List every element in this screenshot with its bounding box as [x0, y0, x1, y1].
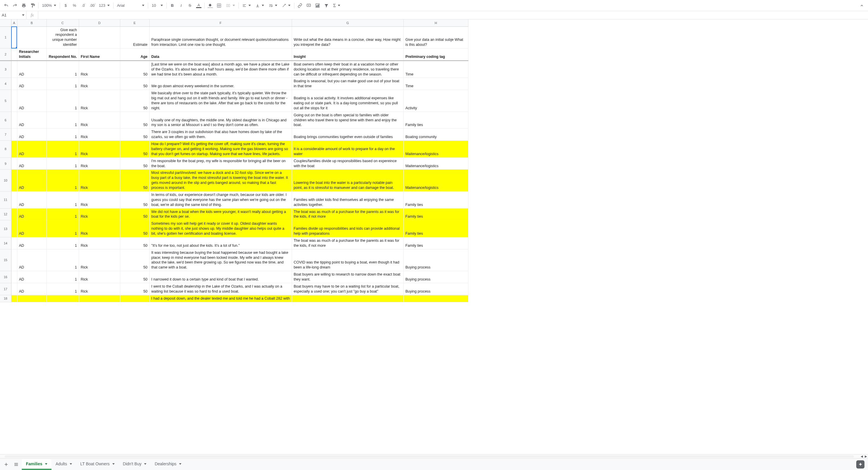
row-header[interactable]: 11	[0, 191, 11, 208]
cell[interactable]	[17, 295, 46, 302]
cell[interactable]: 1	[46, 61, 79, 78]
col-header-D[interactable]: D	[79, 20, 120, 27]
cell[interactable]: Families divide up responsibilities and …	[292, 220, 403, 237]
row-header[interactable]: 8	[0, 141, 11, 158]
cell[interactable]: Couples/families divide up responsibilit…	[292, 158, 403, 169]
cell[interactable]: AD	[17, 283, 46, 295]
cell[interactable]: 1	[46, 283, 79, 295]
cell[interactable]	[11, 208, 17, 220]
cell[interactable]: Rick	[79, 78, 120, 90]
cell[interactable]	[11, 283, 17, 295]
bold-button[interactable]: B	[168, 2, 176, 9]
cell[interactable]: 1	[46, 191, 79, 208]
row-header[interactable]: 5	[0, 90, 11, 112]
cell[interactable]: Usually one of my daughters, the middle …	[149, 112, 292, 129]
cell[interactable]: I had a deposit down, and the dealer tex…	[149, 295, 292, 302]
cell[interactable]: Researcher Initials	[17, 48, 46, 61]
cell[interactable]: Estimate	[120, 27, 149, 48]
cell[interactable]: Family ties	[403, 237, 468, 249]
cell[interactable]: Family ties	[403, 191, 468, 208]
zoom-select[interactable]: 100%	[40, 2, 58, 9]
cell[interactable]: We did not have a boat when the kids wer…	[149, 208, 292, 220]
row-header[interactable]: 18	[0, 295, 11, 302]
cell[interactable]	[11, 271, 17, 283]
cell[interactable]	[11, 90, 17, 112]
col-header-B[interactable]: B	[17, 20, 46, 27]
link-button[interactable]	[296, 2, 304, 9]
borders-button[interactable]	[215, 2, 223, 9]
cell[interactable]: We go down almost every weekend in the s…	[149, 78, 292, 90]
col-header-F[interactable]: F	[149, 20, 292, 27]
cell[interactable]: AD	[17, 112, 46, 129]
cell[interactable]	[11, 112, 17, 129]
col-header-C[interactable]: C	[46, 20, 79, 27]
cell[interactable]: The boat was as much of a purchase for t…	[292, 237, 403, 249]
collapse-toolbar-button[interactable]	[858, 2, 866, 9]
row-header[interactable]: 4	[0, 78, 11, 90]
v-align-button[interactable]	[254, 2, 266, 9]
cell[interactable]: 50	[120, 112, 149, 129]
filter-button[interactable]	[322, 2, 330, 9]
rotate-button[interactable]	[280, 2, 292, 9]
cell[interactable]: Activity	[403, 90, 468, 112]
grid[interactable]: ABCDEFGH1Give each respondent a unique n…	[0, 20, 868, 454]
cell[interactable]	[11, 78, 17, 90]
num-format-select[interactable]: 123	[97, 2, 112, 9]
cell[interactable]	[11, 158, 17, 169]
h-align-button[interactable]	[241, 2, 253, 9]
sheet-tab[interactable]: Adults	[52, 459, 76, 470]
cell[interactable]: 50	[120, 208, 149, 220]
merge-button[interactable]	[224, 2, 237, 9]
cell[interactable]: Data	[149, 48, 292, 61]
cell[interactable]	[11, 220, 17, 237]
cell[interactable]	[11, 48, 17, 61]
cell[interactable]: 1	[46, 78, 79, 90]
cell[interactable]: 50	[120, 283, 149, 295]
sheet-tab[interactable]: Dealerships	[151, 459, 186, 470]
cell[interactable]	[120, 295, 149, 302]
cell[interactable]: I'm responsible for the boat prep, my wi…	[149, 158, 292, 169]
cell[interactable]: [Last time we were on the boat was] abou…	[149, 61, 292, 78]
format-currency-button[interactable]: $	[62, 2, 69, 9]
cell[interactable]: I narrowed it down to a certain type and…	[149, 271, 292, 283]
functions-button[interactable]: Σ	[331, 2, 342, 9]
fill-color-button[interactable]	[207, 2, 214, 9]
h-scrollbar[interactable]: ◀▶	[0, 454, 868, 458]
row-header[interactable]: 12	[0, 208, 11, 220]
cell[interactable]: COVID was the tipping point to buying a …	[292, 249, 403, 271]
select-all-corner[interactable]	[0, 20, 11, 27]
cell[interactable]	[11, 191, 17, 208]
cell[interactable]: 1	[46, 208, 79, 220]
row-header[interactable]: 3	[0, 61, 11, 78]
cell[interactable]: Boating is seasonal, but you can make go…	[292, 78, 403, 90]
cell[interactable]: Most stressful part/involved: we have a …	[149, 169, 292, 192]
cell[interactable]: Boating brings communities together even…	[292, 129, 403, 141]
cell[interactable]: "It's for me too, not just about the kid…	[149, 237, 292, 249]
cell[interactable]: 50	[120, 220, 149, 237]
cell[interactable]: 50	[120, 158, 149, 169]
sheet-tab[interactable]: Didn't Buy	[119, 459, 151, 470]
cell[interactable]: Maitenance/logistics	[403, 158, 468, 169]
cell[interactable]: Time	[403, 61, 468, 78]
cell[interactable]	[11, 129, 17, 141]
cell[interactable]: AD	[17, 158, 46, 169]
row-header[interactable]: 7	[0, 129, 11, 141]
cell[interactable]: Rick	[79, 61, 120, 78]
row-header[interactable]: 10	[0, 169, 11, 192]
row-header[interactable]: 13	[0, 220, 11, 237]
cell[interactable]: It was interesting because buying the bo…	[149, 249, 292, 271]
row-header[interactable]: 14	[0, 237, 11, 249]
cell[interactable]	[11, 169, 17, 192]
cell[interactable]: 1	[46, 129, 79, 141]
cell[interactable]	[46, 295, 79, 302]
italic-button[interactable]: I	[177, 2, 185, 9]
cell[interactable]: AD	[17, 237, 46, 249]
cell[interactable]	[79, 27, 120, 48]
cell[interactable]: Buying process	[403, 249, 468, 271]
cell[interactable]: There are 3 couples in our subdivision t…	[149, 129, 292, 141]
cell[interactable]: Time	[403, 78, 468, 90]
cell[interactable]: Rick	[79, 191, 120, 208]
sheet-tab[interactable]: LT Boat Owners	[76, 459, 119, 470]
cell[interactable]	[11, 27, 17, 48]
cell[interactable]	[11, 295, 17, 302]
